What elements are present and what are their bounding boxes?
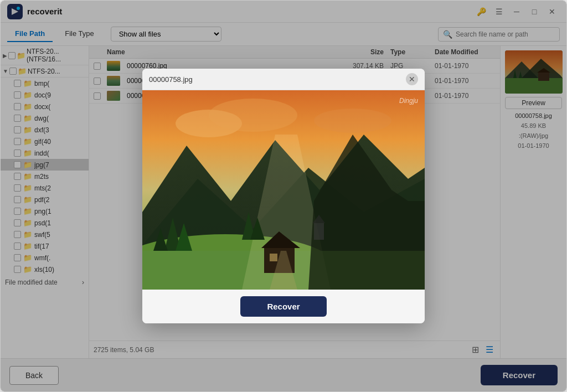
modal-recover-button[interactable]: Recover xyxy=(240,296,326,317)
modal-close-button[interactable]: ✕ xyxy=(406,73,418,85)
svg-rect-33 xyxy=(314,223,324,240)
modal-overlay[interactable]: 00000758.jpg ✕ xyxy=(1,1,566,391)
modal-title-bar: 00000758.jpg ✕ xyxy=(142,69,425,90)
modal-image: Dingju xyxy=(142,90,425,290)
svg-point-17 xyxy=(314,109,391,133)
svg-rect-32 xyxy=(270,254,277,261)
modal-watermark: Dingju xyxy=(399,97,418,105)
svg-point-16 xyxy=(209,99,297,132)
modal-footer: Recover xyxy=(142,290,425,323)
modal-title: 00000758.jpg xyxy=(149,75,193,84)
modal: 00000758.jpg ✕ xyxy=(142,69,425,323)
